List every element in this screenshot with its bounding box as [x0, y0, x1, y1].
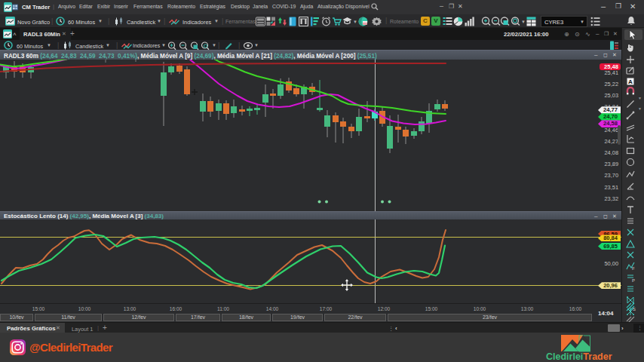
svg-text:F: F: [632, 266, 635, 271]
svg-text:S: S: [633, 307, 636, 311]
svg-text:A: A: [628, 78, 633, 85]
svg-text:CledirleiTrader: CledirleiTrader: [546, 351, 612, 362]
svg-text:P: P: [632, 278, 635, 283]
